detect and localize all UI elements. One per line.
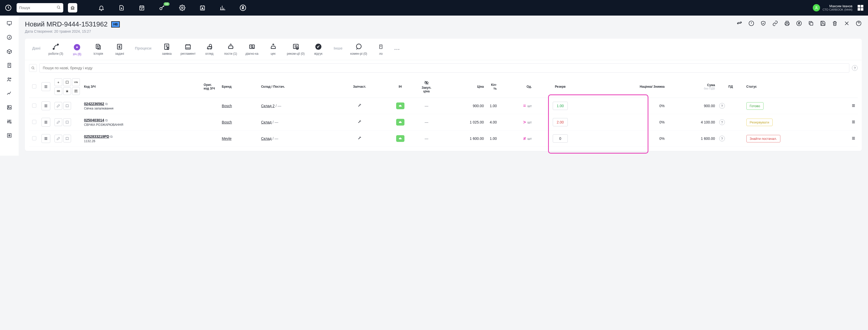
- nav-image-icon[interactable]: [6, 104, 12, 111]
- row-more[interactable]: [851, 121, 856, 125]
- status-button[interactable]: Готово: [746, 102, 764, 110]
- tab-history[interactable]: історія: [88, 39, 109, 60]
- global-search-input[interactable]: [19, 6, 57, 10]
- row-checkbox[interactable]: [32, 120, 36, 124]
- calendar-check-icon[interactable]: [138, 4, 146, 12]
- brand-link[interactable]: Bosch: [222, 104, 232, 108]
- tool-vin[interactable]: VIN: [72, 78, 80, 86]
- pd-help[interactable]: ?: [719, 103, 725, 109]
- brand-link[interactable]: Bosch: [222, 120, 232, 124]
- tool-qr[interactable]: [72, 87, 80, 95]
- shield-icon[interactable]: [760, 20, 766, 27]
- tab-workshop[interactable]: цех: [262, 39, 284, 60]
- reserve-box[interactable]: 1.00: [553, 102, 568, 110]
- nav-dashboard-icon[interactable]: [6, 34, 12, 40]
- row-edit[interactable]: [55, 118, 62, 126]
- row-more[interactable]: [851, 104, 856, 109]
- link-icon[interactable]: [772, 20, 778, 27]
- nav-monitor-icon[interactable]: [6, 20, 12, 27]
- pd-help[interactable]: ?: [719, 119, 725, 125]
- tool-barcode[interactable]: [55, 87, 62, 95]
- tool-star[interactable]: ★: [63, 87, 71, 95]
- row-edit[interactable]: [55, 102, 62, 110]
- brand-link[interactable]: Meyle: [222, 137, 231, 141]
- nav-users-icon[interactable]: [6, 76, 12, 83]
- key-icon[interactable]: 10: [158, 4, 166, 12]
- row-menu[interactable]: [41, 134, 50, 143]
- tab-log[interactable]: ло: [370, 39, 392, 60]
- global-search[interactable]: [17, 3, 63, 12]
- bank-button[interactable]: [68, 3, 77, 12]
- nav-list-icon[interactable]: [6, 132, 12, 139]
- copy-icon[interactable]: [808, 20, 814, 27]
- tool-book[interactable]: [63, 78, 71, 86]
- new-doc-icon[interactable]: [118, 4, 125, 12]
- close-icon[interactable]: [844, 20, 850, 27]
- save-icon[interactable]: [820, 20, 826, 27]
- row-menu[interactable]: [41, 101, 50, 110]
- row-edit[interactable]: [55, 134, 62, 143]
- chart-icon[interactable]: [219, 4, 226, 12]
- help-icon[interactable]: [856, 20, 862, 27]
- warehouse-link[interactable]: Склад 2: [261, 104, 275, 108]
- delete-icon[interactable]: [832, 20, 838, 27]
- app-logo[interactable]: [5, 4, 12, 11]
- pay-icon[interactable]: [796, 20, 802, 27]
- row-checkbox[interactable]: [32, 136, 36, 140]
- row-catalog[interactable]: [63, 118, 71, 126]
- copy-icon[interactable]: ⧉: [110, 134, 113, 139]
- cloud-icon[interactable]: [396, 135, 404, 142]
- copy-icon[interactable]: ⧉: [105, 118, 107, 122]
- part-code[interactable]: 0252833219PD: [84, 134, 109, 139]
- inner-search-input[interactable]: [39, 63, 849, 73]
- tab-comments[interactable]: комен-рі (0): [347, 39, 370, 60]
- user-menu[interactable]: Максим Іванов СТО CARBOOK (9444): [813, 4, 863, 12]
- tab-posts[interactable]: пости (1): [220, 39, 241, 60]
- nav-sliders-icon[interactable]: [6, 118, 12, 124]
- copy-icon[interactable]: ⧉: [105, 102, 107, 106]
- row-catalog[interactable]: [63, 134, 71, 143]
- inner-search-icon[interactable]: [29, 64, 37, 72]
- row-checkbox[interactable]: [32, 103, 36, 108]
- tabs-more[interactable]: ⋯: [392, 39, 402, 60]
- nav-receipt-icon[interactable]: [6, 62, 12, 68]
- warehouse-link[interactable]: Склад: [261, 137, 272, 141]
- status-button[interactable]: Знайти постачал.: [746, 135, 780, 143]
- reserve-box[interactable]: 2.00: [553, 118, 568, 126]
- warehouse-link[interactable]: Склад: [261, 120, 272, 124]
- nav-analytics-icon[interactable]: [6, 90, 12, 96]
- row-catalog[interactable]: [63, 102, 71, 110]
- print-icon[interactable]: [784, 20, 790, 27]
- tab-request[interactable]: заявка: [156, 39, 177, 60]
- tool-add[interactable]: +: [55, 78, 62, 86]
- bell-icon[interactable]: [97, 4, 105, 12]
- part-code[interactable]: 0242236562: [84, 102, 104, 106]
- tab-parts[interactable]: з/ч (6): [66, 39, 88, 60]
- transfer-icon[interactable]: [736, 20, 743, 27]
- reserve-box[interactable]: 0: [553, 134, 568, 143]
- tab-recom[interactable]: реком-ції (0): [284, 39, 308, 60]
- cloud-icon[interactable]: [396, 102, 404, 109]
- header-checkbox[interactable]: [32, 84, 36, 88]
- dollar-icon[interactable]: [239, 4, 247, 12]
- row-menu[interactable]: [41, 118, 50, 127]
- nav-box-icon[interactable]: [6, 48, 12, 55]
- cloud-icon[interactable]: [396, 119, 404, 126]
- status-button[interactable]: Резервувати: [746, 119, 773, 126]
- inner-help-icon[interactable]: ?: [852, 65, 858, 71]
- pd-help[interactable]: ?: [719, 136, 725, 141]
- tab-feedback[interactable]: відгук: [308, 39, 329, 60]
- part-code[interactable]: 0250403014: [84, 118, 104, 122]
- tab-tasks[interactable]: задачі: [109, 39, 130, 60]
- tab-works[interactable]: роботи (3): [45, 39, 66, 60]
- settings-icon[interactable]: [178, 4, 186, 12]
- contact-icon[interactable]: [198, 4, 206, 12]
- warning-icon[interactable]: [748, 20, 754, 27]
- apps-icon[interactable]: [858, 5, 863, 11]
- table-row: 0250403014⧉ СВІЧКА РОЗЖАРЮВАННЯ Bosch Ск…: [29, 114, 858, 130]
- tab-regulations[interactable]: регламент: [177, 39, 198, 60]
- row-more[interactable]: [851, 137, 856, 141]
- tab-diag[interactable]: діагно-ка: [241, 39, 262, 60]
- tab-inspection[interactable]: огляд: [199, 39, 220, 60]
- header-menu[interactable]: [41, 82, 50, 91]
